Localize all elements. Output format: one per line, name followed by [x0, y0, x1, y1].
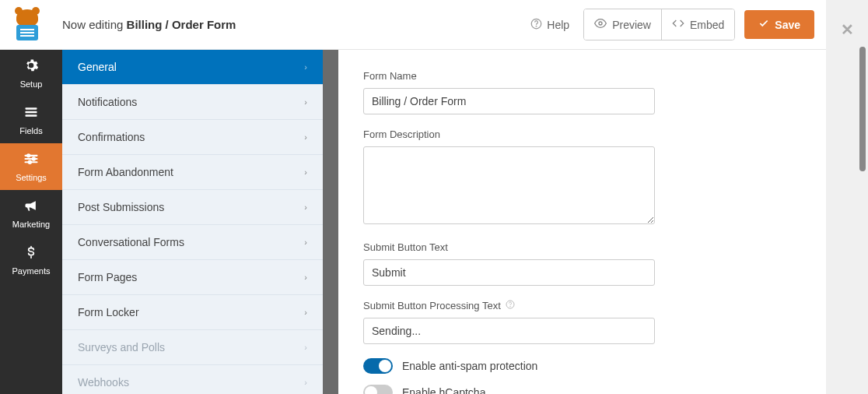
- settings-item-conversational-forms[interactable]: Conversational Forms›: [62, 225, 323, 260]
- nav-setup[interactable]: Setup: [0, 50, 62, 97]
- chevron-right-icon: ›: [304, 237, 307, 247]
- editing-prefix: Now editing: [62, 18, 127, 31]
- bullhorn-icon: [23, 198, 39, 216]
- list-icon: [23, 104, 39, 122]
- settings-item-label: Form Abandonment: [78, 166, 173, 178]
- settings-item-label: Webhooks: [78, 376, 129, 389]
- close-icon[interactable]: ✕: [841, 20, 854, 39]
- scrollbar[interactable]: [859, 47, 866, 171]
- settings-item-surveys-and-polls[interactable]: Surveys and Polls›: [62, 330, 323, 365]
- chevron-right-icon: ›: [304, 202, 307, 212]
- svg-rect-4: [26, 111, 37, 114]
- hcaptcha-toggle[interactable]: [363, 385, 393, 394]
- settings-item-post-submissions[interactable]: Post Submissions›: [62, 190, 323, 225]
- logo: [12, 9, 43, 40]
- chevron-right-icon: ›: [304, 378, 307, 387]
- chevron-right-icon: ›: [304, 132, 307, 142]
- form-name-input[interactable]: [363, 88, 655, 114]
- chevron-right-icon: ›: [304, 167, 307, 177]
- submit-processing-input[interactable]: [363, 318, 655, 344]
- svg-rect-3: [26, 107, 37, 110]
- nav-marketing[interactable]: Marketing: [0, 190, 62, 237]
- gear-icon: [23, 58, 39, 76]
- submit-text-label: Submit Button Text: [363, 241, 801, 253]
- settings-panel: General›Notifications›Confirmations›Form…: [62, 50, 323, 394]
- save-button[interactable]: Save: [744, 10, 814, 39]
- preview-label: Preview: [612, 19, 651, 31]
- settings-item-label: Conversational Forms: [78, 236, 184, 248]
- form-description-label: Form Description: [363, 128, 801, 140]
- settings-item-label: Form Pages: [78, 271, 137, 283]
- help-link[interactable]: Help: [530, 18, 569, 32]
- svg-point-11: [29, 161, 31, 164]
- nav-label: Fields: [19, 126, 42, 135]
- nav-label: Settings: [16, 173, 47, 182]
- svg-point-9: [27, 154, 30, 157]
- settings-item-label: Confirmations: [78, 131, 145, 143]
- preview-button[interactable]: Preview: [584, 9, 662, 40]
- submit-text-input[interactable]: [363, 259, 655, 286]
- settings-item-webhooks[interactable]: Webhooks›: [62, 365, 323, 394]
- chevron-right-icon: ›: [304, 97, 307, 107]
- form-description-input[interactable]: [363, 146, 655, 224]
- nav-label: Marketing: [12, 220, 50, 229]
- chevron-right-icon: ›: [304, 343, 307, 352]
- settings-item-label: Surveys and Polls: [78, 341, 165, 354]
- settings-item-label: General: [78, 61, 117, 73]
- embed-label: Embed: [690, 19, 724, 31]
- eye-icon: [594, 17, 607, 32]
- left-nav: Setup Fields Settings Marketing: [0, 50, 62, 394]
- settings-item-general[interactable]: General›: [62, 50, 323, 85]
- form-name-label: Form Name: [363, 70, 801, 82]
- settings-item-notifications[interactable]: Notifications›: [62, 85, 323, 120]
- antispam-label: Enable anti-spam protection: [402, 360, 537, 372]
- sliders-icon: [23, 151, 39, 169]
- nav-fields[interactable]: Fields: [0, 97, 62, 143]
- settings-item-form-abandonment[interactable]: Form Abandonment›: [62, 155, 323, 190]
- hcaptcha-label: Enable hCaptcha: [402, 386, 485, 394]
- svg-point-10: [33, 157, 35, 160]
- form-content: Form Name Form Description Submit Button…: [323, 50, 826, 394]
- code-icon: [672, 17, 684, 32]
- embed-button[interactable]: Embed: [662, 9, 734, 40]
- svg-point-2: [599, 22, 602, 25]
- help-label: Help: [547, 19, 569, 31]
- form-name-title: Billing / Order Form: [127, 18, 236, 31]
- svg-rect-5: [26, 114, 37, 117]
- nav-payments[interactable]: Payments: [0, 237, 62, 283]
- nav-settings[interactable]: Settings: [0, 143, 62, 190]
- check-icon: [758, 18, 769, 31]
- page-title: Now editing Billing / Order Form: [62, 18, 236, 31]
- chevron-right-icon: ›: [304, 308, 307, 317]
- submit-processing-label: Submit Button Processing Text: [363, 300, 801, 311]
- chevron-right-icon: ›: [304, 273, 307, 282]
- settings-item-form-pages[interactable]: Form Pages›: [62, 260, 323, 295]
- settings-item-label: Post Submissions: [78, 201, 164, 213]
- dollar-icon: [25, 244, 37, 262]
- svg-point-13: [510, 306, 511, 307]
- save-label: Save: [775, 19, 800, 31]
- antispam-toggle[interactable]: [363, 358, 393, 374]
- settings-item-confirmations[interactable]: Confirmations›: [62, 120, 323, 155]
- help-icon: [530, 18, 542, 32]
- chevron-right-icon: ›: [304, 62, 307, 72]
- settings-item-label: Notifications: [78, 96, 137, 108]
- nav-label: Setup: [20, 79, 43, 89]
- svg-point-1: [537, 26, 537, 26]
- nav-label: Payments: [12, 266, 51, 276]
- help-icon[interactable]: [506, 301, 515, 311]
- settings-item-form-locker[interactable]: Form Locker›: [62, 295, 323, 330]
- settings-item-label: Form Locker: [78, 306, 139, 318]
